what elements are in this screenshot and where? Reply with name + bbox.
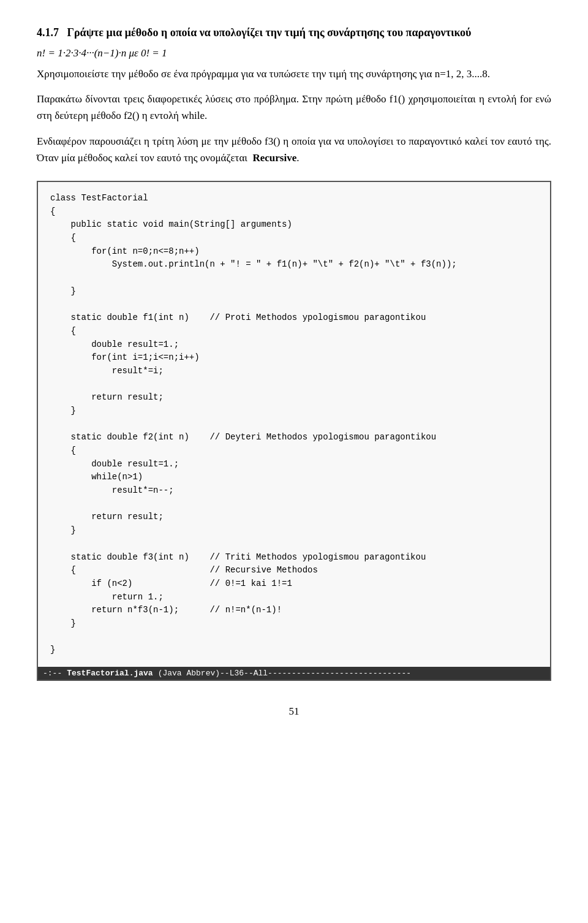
section-title-text: Γράψτε μια μέθοδο η οποία να υπολογίζει … (67, 26, 472, 39)
usage-text: Χρησιμοποιείστε την μέθοδο σε ένα πρόγρα… (37, 68, 490, 80)
section-title: 4.1.7 Γράψτε μια μέθοδο η οποία να υπολο… (37, 25, 551, 41)
statusbar-right: (Java Abbrev)--L36--All-----------------… (158, 669, 411, 678)
code-block: class TestFactorial { public static void… (37, 181, 551, 681)
page-number: 51 (289, 705, 300, 717)
statusbar: -:-- TestFactorial.java (Java Abbrev)--L… (38, 667, 550, 680)
formula-line: n! = 1·2·3·4···(n−1)·n με 0! = 1 (37, 47, 551, 59)
para2-end: . (296, 152, 299, 164)
page-content: 4.1.7 Γράψτε μια μέθοδο η οποία να υπολο… (37, 25, 551, 718)
statusbar-left: -:-- (43, 669, 62, 678)
usage-paragraph: Χρησιμοποιείστε την μέθοδο σε ένα πρόγρα… (37, 66, 551, 82)
recursive-word: Recursive (252, 152, 296, 164)
statusbar-filename: TestFactorial.java (67, 669, 153, 678)
formula: n! = 1·2·3·4···(n−1)·n με 0! = 1 (37, 47, 167, 59)
page-number-area: 51 (37, 705, 551, 718)
para1-text: Παρακάτω δίνονται τρεις διαφορετικές λύσ… (37, 93, 551, 121)
paragraph-2: Ενδιαφέρον παρουσιάζει η τρίτη λύση με τ… (37, 133, 551, 166)
code-text[interactable]: class TestFactorial { public static void… (38, 182, 550, 667)
paragraph-1: Παρακάτω δίνονται τρεις διαφορετικές λύσ… (37, 91, 551, 124)
section-number: 4.1.7 (37, 26, 59, 39)
